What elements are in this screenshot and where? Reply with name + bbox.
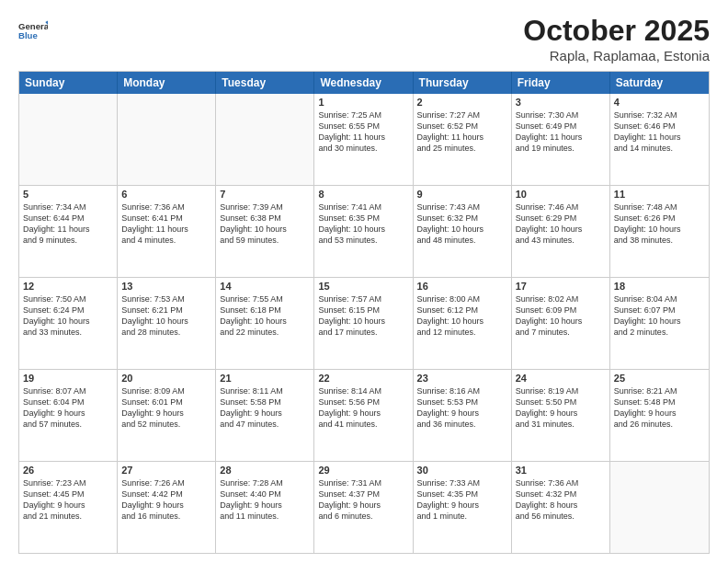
day-number: 1 xyxy=(318,97,408,108)
calendar-day-cell: 26Sunrise: 7:23 AM Sunset: 4:45 PM Dayli… xyxy=(19,462,118,553)
day-number: 30 xyxy=(417,465,507,476)
weekday-header: Thursday xyxy=(414,72,512,94)
day-number: 21 xyxy=(220,373,310,384)
calendar-day-cell: 29Sunrise: 7:31 AM Sunset: 4:37 PM Dayli… xyxy=(314,462,413,553)
day-number: 25 xyxy=(614,373,705,384)
calendar-day-cell: 21Sunrise: 8:11 AM Sunset: 5:58 PM Dayli… xyxy=(216,370,314,461)
header: General Blue October 2025 Rapla, Raplama… xyxy=(18,14,710,63)
calendar-empty-cell xyxy=(19,94,118,185)
day-number: 14 xyxy=(220,281,310,292)
day-number: 17 xyxy=(516,281,606,292)
calendar-day-cell: 4Sunrise: 7:32 AM Sunset: 6:46 PM Daylig… xyxy=(610,94,709,185)
day-info: Sunrise: 7:34 AM Sunset: 6:44 PM Dayligh… xyxy=(23,201,113,247)
calendar-day-cell: 23Sunrise: 8:16 AM Sunset: 5:53 PM Dayli… xyxy=(414,370,512,461)
day-number: 15 xyxy=(318,281,408,292)
day-number: 2 xyxy=(417,97,507,108)
calendar-day-cell: 30Sunrise: 7:33 AM Sunset: 4:35 PM Dayli… xyxy=(414,462,512,553)
day-info: Sunrise: 7:28 AM Sunset: 4:40 PM Dayligh… xyxy=(220,477,310,523)
day-info: Sunrise: 7:46 AM Sunset: 6:29 PM Dayligh… xyxy=(516,201,606,247)
day-info: Sunrise: 7:36 AM Sunset: 4:32 PM Dayligh… xyxy=(516,477,606,523)
weekday-header: Monday xyxy=(118,72,216,94)
day-info: Sunrise: 8:04 AM Sunset: 6:07 PM Dayligh… xyxy=(614,293,705,339)
calendar-day-cell: 24Sunrise: 8:19 AM Sunset: 5:50 PM Dayli… xyxy=(512,370,610,461)
day-info: Sunrise: 7:36 AM Sunset: 6:41 PM Dayligh… xyxy=(121,201,211,247)
calendar-header: SundayMondayTuesdayWednesdayThursdayFrid… xyxy=(19,72,709,94)
calendar-day-cell: 19Sunrise: 8:07 AM Sunset: 6:04 PM Dayli… xyxy=(19,370,118,461)
calendar-row: 19Sunrise: 8:07 AM Sunset: 6:04 PM Dayli… xyxy=(19,370,709,462)
subtitle: Rapla, Raplamaa, Estonia xyxy=(523,48,710,63)
calendar-day-cell: 12Sunrise: 7:50 AM Sunset: 6:24 PM Dayli… xyxy=(19,278,118,369)
calendar-day-cell: 1Sunrise: 7:25 AM Sunset: 6:55 PM Daylig… xyxy=(314,94,413,185)
calendar-row: 5Sunrise: 7:34 AM Sunset: 6:44 PM Daylig… xyxy=(19,186,709,278)
calendar-day-cell: 31Sunrise: 7:36 AM Sunset: 4:32 PM Dayli… xyxy=(512,462,610,553)
day-info: Sunrise: 8:07 AM Sunset: 6:04 PM Dayligh… xyxy=(23,385,113,431)
day-info: Sunrise: 7:39 AM Sunset: 6:38 PM Dayligh… xyxy=(220,201,310,247)
day-number: 13 xyxy=(121,281,211,292)
weekday-header: Friday xyxy=(512,72,610,94)
logo: General Blue xyxy=(18,14,48,47)
day-info: Sunrise: 7:32 AM Sunset: 6:46 PM Dayligh… xyxy=(614,109,705,155)
calendar: SundayMondayTuesdayWednesdayThursdayFrid… xyxy=(18,71,710,554)
calendar-day-cell: 15Sunrise: 7:57 AM Sunset: 6:15 PM Dayli… xyxy=(314,278,413,369)
calendar-row: 1Sunrise: 7:25 AM Sunset: 6:55 PM Daylig… xyxy=(19,94,709,186)
day-info: Sunrise: 7:23 AM Sunset: 4:45 PM Dayligh… xyxy=(23,477,113,523)
calendar-day-cell: 2Sunrise: 7:27 AM Sunset: 6:52 PM Daylig… xyxy=(414,94,512,185)
calendar-day-cell: 14Sunrise: 7:55 AM Sunset: 6:18 PM Dayli… xyxy=(216,278,314,369)
logo-svg: General Blue xyxy=(18,14,48,47)
calendar-day-cell: 25Sunrise: 8:21 AM Sunset: 5:48 PM Dayli… xyxy=(610,370,709,461)
calendar-body: 1Sunrise: 7:25 AM Sunset: 6:55 PM Daylig… xyxy=(19,94,709,553)
day-info: Sunrise: 7:30 AM Sunset: 6:49 PM Dayligh… xyxy=(516,109,606,155)
day-number: 22 xyxy=(318,373,408,384)
calendar-day-cell: 20Sunrise: 8:09 AM Sunset: 6:01 PM Dayli… xyxy=(118,370,216,461)
day-info: Sunrise: 7:48 AM Sunset: 6:26 PM Dayligh… xyxy=(614,201,705,247)
main-title: October 2025 xyxy=(523,14,710,48)
day-info: Sunrise: 8:09 AM Sunset: 6:01 PM Dayligh… xyxy=(121,385,211,431)
weekday-header: Saturday xyxy=(610,72,709,94)
day-info: Sunrise: 7:26 AM Sunset: 4:42 PM Dayligh… xyxy=(121,477,211,523)
calendar-empty-cell xyxy=(118,94,216,185)
calendar-day-cell: 3Sunrise: 7:30 AM Sunset: 6:49 PM Daylig… xyxy=(512,94,610,185)
day-info: Sunrise: 7:43 AM Sunset: 6:32 PM Dayligh… xyxy=(417,201,507,247)
day-number: 8 xyxy=(318,189,408,200)
calendar-day-cell: 27Sunrise: 7:26 AM Sunset: 4:42 PM Dayli… xyxy=(118,462,216,553)
weekday-header: Sunday xyxy=(19,72,118,94)
day-info: Sunrise: 7:53 AM Sunset: 6:21 PM Dayligh… xyxy=(121,293,211,339)
calendar-day-cell: 16Sunrise: 8:00 AM Sunset: 6:12 PM Dayli… xyxy=(414,278,512,369)
day-info: Sunrise: 8:00 AM Sunset: 6:12 PM Dayligh… xyxy=(417,293,507,339)
day-info: Sunrise: 8:19 AM Sunset: 5:50 PM Dayligh… xyxy=(516,385,606,431)
day-number: 29 xyxy=(318,465,408,476)
day-info: Sunrise: 7:57 AM Sunset: 6:15 PM Dayligh… xyxy=(318,293,408,339)
day-number: 26 xyxy=(23,465,113,476)
calendar-empty-cell xyxy=(216,94,314,185)
day-info: Sunrise: 7:41 AM Sunset: 6:35 PM Dayligh… xyxy=(318,201,408,247)
title-area: October 2025 Rapla, Raplamaa, Estonia xyxy=(523,14,710,63)
day-number: 7 xyxy=(220,189,310,200)
day-info: Sunrise: 8:21 AM Sunset: 5:48 PM Dayligh… xyxy=(614,385,705,431)
day-info: Sunrise: 8:16 AM Sunset: 5:53 PM Dayligh… xyxy=(417,385,507,431)
calendar-day-cell: 18Sunrise: 8:04 AM Sunset: 6:07 PM Dayli… xyxy=(610,278,709,369)
calendar-empty-cell xyxy=(610,462,709,553)
calendar-day-cell: 8Sunrise: 7:41 AM Sunset: 6:35 PM Daylig… xyxy=(314,186,413,277)
day-number: 27 xyxy=(121,465,211,476)
day-number: 18 xyxy=(614,281,705,292)
day-info: Sunrise: 7:50 AM Sunset: 6:24 PM Dayligh… xyxy=(23,293,113,339)
day-number: 16 xyxy=(417,281,507,292)
day-number: 3 xyxy=(516,97,606,108)
day-number: 10 xyxy=(516,189,606,200)
day-info: Sunrise: 7:27 AM Sunset: 6:52 PM Dayligh… xyxy=(417,109,507,155)
calendar-day-cell: 11Sunrise: 7:48 AM Sunset: 6:26 PM Dayli… xyxy=(610,186,709,277)
calendar-day-cell: 7Sunrise: 7:39 AM Sunset: 6:38 PM Daylig… xyxy=(216,186,314,277)
weekday-header: Tuesday xyxy=(216,72,314,94)
day-number: 5 xyxy=(23,189,113,200)
day-number: 11 xyxy=(614,189,705,200)
calendar-day-cell: 22Sunrise: 8:14 AM Sunset: 5:56 PM Dayli… xyxy=(314,370,413,461)
weekday-header: Wednesday xyxy=(314,72,413,94)
day-info: Sunrise: 7:25 AM Sunset: 6:55 PM Dayligh… xyxy=(318,109,408,155)
page: General Blue October 2025 Rapla, Raplama… xyxy=(0,0,728,563)
svg-text:Blue: Blue xyxy=(18,30,38,40)
day-number: 12 xyxy=(23,281,113,292)
day-info: Sunrise: 7:33 AM Sunset: 4:35 PM Dayligh… xyxy=(417,477,507,523)
day-number: 4 xyxy=(614,97,705,108)
day-number: 23 xyxy=(417,373,507,384)
day-number: 31 xyxy=(516,465,606,476)
